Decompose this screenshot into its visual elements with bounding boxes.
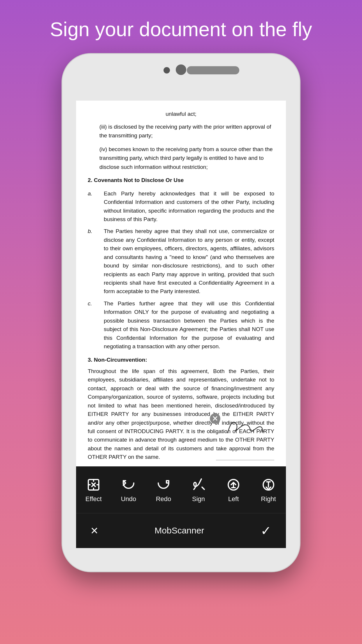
item-a-text: Each Party hereby acknowledges that it w… (104, 189, 274, 224)
effect-label: Effect (85, 495, 102, 503)
redo-icon (155, 477, 172, 493)
phone-top (62, 54, 300, 101)
toolbar: Effect Undo (76, 466, 286, 513)
svg-line-1 (202, 487, 204, 489)
camera-dot (164, 67, 170, 74)
left-button[interactable]: Left (220, 477, 247, 503)
item-c-text: The Parties further agree that they will… (104, 299, 274, 351)
app-title: MobScanner (154, 526, 204, 536)
effect-button[interactable]: Effect (80, 477, 107, 503)
section3-heading: 3. Non-Circumvention: (88, 356, 274, 364)
item-b-label: b. (88, 227, 104, 296)
undo-icon (120, 477, 137, 493)
signature-line (216, 460, 274, 460)
headline: Sign your document on the fly (27, 0, 335, 53)
item-a-label: a. (88, 189, 104, 224)
right-button[interactable]: Right (255, 477, 282, 503)
close-signature-icon[interactable] (210, 413, 220, 424)
item-iii-text: (iii) is disclosed by the receiving part… (99, 124, 271, 139)
document-area: unlawful act; (iii) is disclosed by the … (76, 101, 286, 466)
redo-button[interactable]: Redo (150, 477, 177, 503)
left-icon (225, 477, 242, 493)
effect-icon (85, 477, 102, 493)
right-icon (260, 477, 277, 493)
item-b-text: The Parties hereby agree that they shall… (104, 227, 274, 296)
signature-svg (216, 414, 274, 440)
section2-heading: 2. Covenants Not to Disclose Or Use (88, 176, 274, 184)
undo-button[interactable]: Undo (115, 477, 142, 503)
front-camera (176, 64, 186, 75)
bottom-bar: × MobScanner ✓ (76, 513, 286, 548)
redo-label: Redo (156, 495, 171, 503)
sign-icon (190, 477, 207, 493)
speaker (187, 66, 239, 74)
close-button[interactable]: × (91, 523, 98, 538)
sign-label: Sign (192, 495, 205, 503)
phone-shell: unlawful act; (iii) is disclosed by the … (61, 53, 301, 572)
item-c-label: c. (88, 299, 104, 351)
right-label: Right (261, 495, 276, 503)
undo-label: Undo (121, 495, 136, 503)
sign-button[interactable]: Sign (185, 477, 212, 503)
confirm-button[interactable]: ✓ (261, 523, 271, 538)
left-label: Left (228, 495, 239, 503)
phone-screen: unlawful act; (iii) is disclosed by the … (76, 101, 286, 548)
section4-heading: 4. Proprietary Rights Legend: (88, 466, 274, 466)
item-iv-text: (iv) becomes known to the receiving part… (99, 146, 273, 170)
signature-area (216, 414, 274, 440)
unlawful-text: unlawful act; (166, 111, 196, 117)
